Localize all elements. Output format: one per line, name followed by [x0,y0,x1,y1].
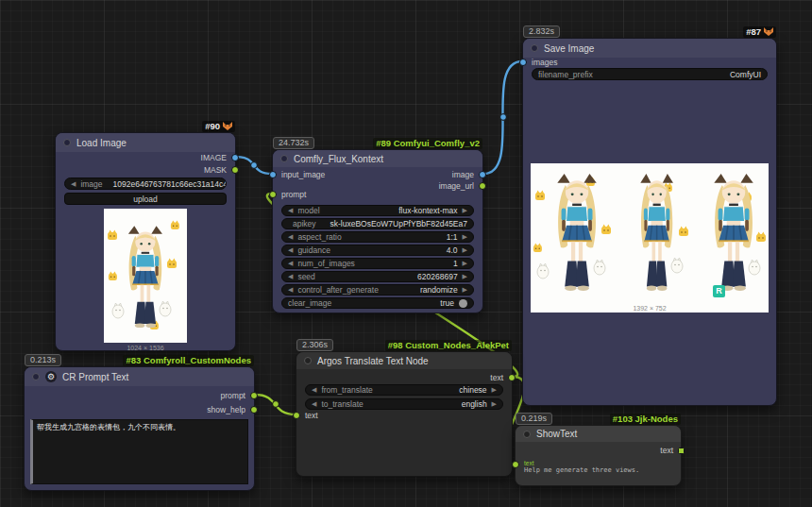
image-size-caption: 1392 × 752 [531,305,769,312]
output-dot-image[interactable] [479,171,486,178]
node-comfly-flux-kontext[interactable]: 24.732s #89 Comfyui_Comfly_v2 Comfly_Flu… [272,149,483,313]
graph-canvas[interactable]: #90 Load Image IMAGE MASK ◀ image 1092e6… [0,0,812,507]
collapse-dot-icon[interactable] [304,357,312,364]
link-image-to-save[interactable] [483,61,522,174]
node-load-image[interactable]: #90 Load Image IMAGE MASK ◀ image 1092e6… [55,132,236,351]
widget-value: 4.0 [447,245,458,255]
node-argos-translate[interactable]: 2.306s #98 Custom_Nodes_AlekPet Argos Tr… [296,351,513,477]
prompt-textarea[interactable]: 帮我生成九宫格的表情包，九个不同表情。 [30,419,248,484]
combo-right-arrow-icon[interactable]: ▶ [492,386,497,394]
combo-left-arrow-icon[interactable]: ◀ [288,207,293,214]
combo-left-arrow-icon[interactable]: ◀ [288,286,293,294]
output-dot-show-help[interactable] [250,406,258,414]
preview-image [104,209,187,343]
input-dot-prompt[interactable] [269,191,277,198]
slot-label: text [660,446,673,455]
input-slot-input-image: input_image [269,169,325,180]
combo-left-arrow-icon[interactable]: ◀ [288,233,293,241]
collapse-dot-icon[interactable] [531,44,538,52]
collapse-dot-icon[interactable] [280,155,288,162]
collapse-dot-icon[interactable] [32,373,40,380]
node-id-text: #87 [746,26,761,38]
output-slot-image: IMAGE [201,152,239,163]
toggle-knob-icon[interactable] [459,299,467,308]
link-image-to-input-image[interactable] [236,157,272,174]
combo-right-arrow-icon[interactable]: ▶ [463,260,467,267]
node-titlebar[interactable]: ShowText [516,426,681,442]
output-dot-image-url[interactable] [479,182,486,190]
node-titlebar[interactable]: Save Image [523,39,776,58]
combo-right-arrow-icon[interactable]: ▶ [463,246,467,254]
node-cr-prompt-text[interactable]: 0.213s #83 Comfyroll_CustomNodes ⚙ CR Pr… [24,366,255,491]
widget-value: chinese [459,385,486,395]
filename-prefix-text-widget[interactable]: filename_prefix ComfyUI [532,68,768,80]
node-id-badge: #89 Comfyui_Comfly_v2 [373,138,482,149]
combo-right-arrow-icon[interactable]: ▶ [463,286,467,294]
slot-label: input_image [281,170,325,179]
output-dot-text[interactable] [508,374,516,381]
node-titlebar[interactable]: Comfly_Flux_Kontext [273,150,482,167]
output-dot-text[interactable] [678,448,685,454]
showtext-content: Help me generate three views. [524,466,672,475]
gear-icon: ⚙ [45,371,57,382]
apikey-text-widget[interactable]: apikey sk-luxeBOsEoW7UpPfYBbF82d45Ea7 [281,218,474,229]
combo-left-arrow-icon[interactable]: ◀ [71,180,76,188]
showtext-content-label: text [524,460,672,466]
combo-left-arrow-icon[interactable]: ◀ [312,400,316,408]
timing-badge: 0.213s [25,354,61,366]
combo-left-arrow-icon[interactable]: ◀ [288,246,293,254]
widget-value: flux-kontext-max [398,206,457,215]
input-dot-text[interactable] [512,461,519,468]
model-combo-widget[interactable]: ◀ model flux-kontext-max ▶ [281,205,474,216]
clear-image-toggle-widget[interactable]: clear_image true [281,297,474,309]
guidance-combo-widget[interactable]: ◀ guidance 4.0 ▶ [281,245,474,256]
image-size-caption: 1024 × 1536 [56,345,235,351]
node-title: Load Image [76,138,127,148]
to-translate-combo-widget[interactable]: ◀ to_translate english ▶ [305,398,503,410]
node-titlebar[interactable]: ⚙ CR Prompt Text [25,367,254,386]
link-prompt-to-translate[interactable] [255,395,296,414]
aspect-ratio-combo-widget[interactable]: ◀ aspect_ratio 1:1 ▶ [281,231,474,243]
control-after-generate-combo-widget[interactable]: ◀ control_after_generate randomize ▶ [281,284,474,296]
output-slot-prompt: prompt [221,390,258,401]
slot-label: show_help [207,405,245,414]
seed-combo-widget[interactable]: ◀ seed 620268697 ▶ [281,271,474,282]
output-dot-mask[interactable] [231,166,239,174]
slot-label: MASK [204,165,227,175]
timing-badge: 0.219s [516,413,552,425]
widget-value: 1092e646763781c66ec31a14c4ddc703... [113,179,227,189]
slot-label: image [452,170,474,179]
collapse-dot-icon[interactable] [63,139,71,146]
timing-badge: 2.306s [296,339,333,351]
combo-left-arrow-icon[interactable]: ◀ [288,260,293,267]
combo-right-arrow-icon[interactable]: ▶ [463,273,467,280]
node-titlebar[interactable]: Load Image [56,133,235,152]
from-translate-combo-widget[interactable]: ◀ from_translate chinese ▶ [305,384,503,396]
combo-right-arrow-icon[interactable]: ▶ [492,400,497,408]
fox-icon [223,122,232,131]
node-title: ShowText [536,429,577,439]
timing-badge: 2.832s [523,25,560,38]
slot-label: prompt [281,190,306,199]
output-dot-prompt[interactable] [250,392,258,399]
input-dot-images[interactable] [519,59,527,66]
input-dot-text[interactable] [293,412,300,419]
combo-left-arrow-icon[interactable]: ◀ [312,386,316,394]
num-of-images-combo-widget[interactable]: ◀ num_of_images 1 ▶ [281,258,474,269]
node-show-text[interactable]: 0.219s #103 Jjk-Nodes ShowText text text… [515,425,682,486]
combo-left-arrow-icon[interactable]: ◀ [288,273,293,280]
node-title: Argos Translate Text Node [317,356,429,366]
node-save-image[interactable]: 2.832s #87 Save Image images filename_pr… [522,38,777,406]
output-dot-image[interactable] [231,154,239,161]
combo-right-arrow-icon[interactable]: ▶ [463,207,467,214]
upload-button[interactable]: upload [64,193,227,205]
watermark-badge: R [713,285,725,297]
image-combo-widget[interactable]: ◀ image 1092e646763781c66ec31a14c4ddc703… [64,177,227,190]
widget-value: 1 [453,259,458,268]
node-titlebar[interactable]: Argos Translate Text Node [296,352,512,369]
widget-label: control_after_generate [297,285,379,295]
node-id-badge: #98 Custom_Nodes_AlekPet [385,340,512,351]
combo-right-arrow-icon[interactable]: ▶ [463,233,467,241]
collapse-dot-icon[interactable] [523,431,531,438]
input-dot-input-image[interactable] [269,171,277,178]
